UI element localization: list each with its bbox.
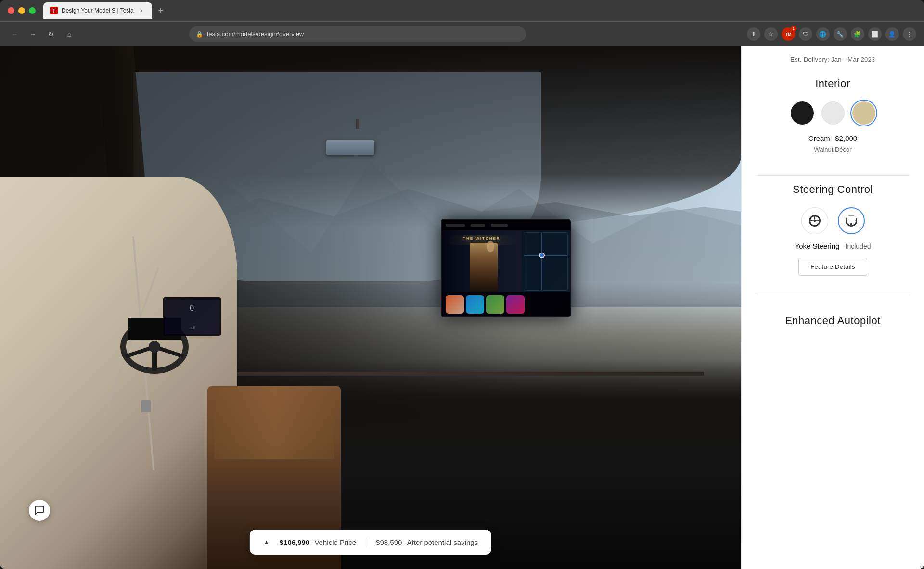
seatbelt-buckle: [141, 400, 151, 412]
extension-tampermonkey[interactable]: TM 1: [782, 27, 795, 41]
round-wheel-icon: [808, 214, 821, 228]
tab-favicon: [50, 7, 58, 14]
browser-window: Design Your Model S | Tesla × + ← → ↻ ⌂ …: [0, 0, 924, 569]
after-savings: $98,590 After potential savings: [376, 538, 478, 546]
bookmark-button[interactable]: ☆: [764, 27, 778, 41]
selected-color-name: Cream: [808, 134, 830, 142]
security-lock-icon: 🔒: [196, 31, 203, 38]
title-bar: Design Your Model S | Tesla × + ← → ↻ ⌂ …: [0, 0, 924, 46]
extension-puzzle[interactable]: 🧩: [851, 27, 864, 41]
color-detail: Walnut Décor: [756, 146, 910, 153]
app-icon-2: [466, 295, 484, 314]
savings-amount: $98,590: [376, 538, 402, 546]
steering-selection-label: Yoke Steering Included: [756, 242, 910, 250]
yoke-icon: [845, 214, 858, 228]
game-title: THE WITCHER: [463, 236, 500, 240]
app-icon-3: [486, 295, 504, 314]
character: [470, 243, 498, 292]
vehicle-price: $106,990 Vehicle Price: [280, 538, 356, 546]
chat-icon: [34, 505, 45, 516]
screen-game-area: THE WITCHER: [442, 230, 522, 292]
maximize-window-button[interactable]: [29, 7, 36, 14]
screen-menu-item: [471, 224, 485, 227]
mirror-stem: [356, 119, 359, 129]
url-bar[interactable]: 🔒 tesla.com/models/design#overview: [189, 26, 526, 42]
share-button[interactable]: ⬆: [747, 27, 760, 41]
reload-button[interactable]: ↻: [44, 27, 58, 41]
color-swatch-white[interactable]: [821, 101, 845, 125]
steering-option-yoke[interactable]: [838, 207, 865, 234]
steering-title: Steering Control: [756, 183, 910, 196]
screen-map: [522, 230, 570, 292]
steering-options: [756, 207, 910, 234]
interior-title: Interior: [756, 77, 910, 90]
close-window-button[interactable]: [8, 7, 14, 14]
extension-globe[interactable]: 🌐: [816, 27, 830, 41]
speed-display: 0: [190, 304, 194, 313]
screen-menu-item: [491, 224, 508, 227]
svg-point-7: [149, 341, 160, 353]
map-road-h: [524, 255, 567, 256]
main-screen: THE WITCHER: [441, 219, 571, 317]
car-image-area: THE WITCHER: [0, 46, 741, 569]
color-swatch-black[interactable]: [791, 101, 814, 125]
content-area: THE WITCHER: [0, 46, 924, 569]
app-icon-1: [446, 295, 464, 314]
menu-button[interactable]: ⋮: [903, 27, 916, 41]
extension-badge: 1: [791, 26, 796, 32]
steering-selected-price: Included: [846, 242, 871, 250]
screen-menu-item: [446, 224, 465, 227]
color-label: Cream $2,000: [756, 134, 910, 143]
right-panel: Est. Delivery: Jan - Mar 2023 Interior C…: [741, 46, 924, 569]
vehicle-price-amount: $106,990: [280, 538, 310, 546]
selected-color-price: $2,000: [835, 134, 857, 142]
svg-point-9: [813, 220, 816, 222]
profile-button[interactable]: 👤: [886, 27, 899, 41]
steering-selected-name: Yoke Steering: [795, 242, 840, 250]
section-divider-2: [756, 295, 910, 295]
tab-close-button[interactable]: ×: [138, 7, 145, 14]
price-bar: ▲ $106,990 Vehicle Price $98,590 After p…: [250, 530, 491, 555]
delivery-estimate: Est. Delivery: Jan - Mar 2023: [756, 56, 910, 63]
color-swatch-cream[interactable]: [852, 101, 875, 125]
home-button[interactable]: ⌂: [63, 27, 76, 41]
speed-unit: mph: [189, 326, 195, 329]
vehicle-price-label: Vehicle Price: [314, 538, 356, 546]
map-road-v: [541, 233, 542, 290]
url-text: tesla.com/models/design#overview: [207, 30, 304, 38]
chat-button[interactable]: [29, 500, 50, 521]
character-head: [487, 241, 495, 252]
back-button[interactable]: ←: [8, 27, 21, 41]
price-chevron-icon[interactable]: ▲: [263, 538, 270, 546]
browser-actions: ⬆ ☆ TM 1 🛡 🌐 🔧 🧩 ⬜ 👤 ⋮: [747, 27, 916, 41]
sidebar-button[interactable]: ⬜: [868, 27, 882, 41]
savings-label: After potential savings: [407, 538, 478, 546]
app-icon-4: [506, 295, 525, 314]
map-pointer: [539, 253, 545, 258]
interior-scene: THE WITCHER: [0, 46, 741, 569]
steering-option-round[interactable]: [801, 207, 828, 234]
traffic-lights: [8, 7, 36, 14]
extension-privacy[interactable]: 🛡: [799, 27, 812, 41]
minimize-window-button[interactable]: [18, 7, 25, 14]
screen-app-row: [442, 292, 570, 316]
screen-top-bar: [442, 220, 570, 230]
forward-button[interactable]: →: [26, 27, 39, 41]
instrument-cluster: 0 mph: [163, 297, 221, 336]
wood-trim: [214, 386, 334, 459]
new-tab-button[interactable]: +: [154, 4, 167, 17]
price-divider: [366, 537, 366, 547]
color-options: [756, 101, 910, 125]
feature-details-button[interactable]: Feature Details: [798, 258, 867, 276]
extension-tools[interactable]: 🔧: [834, 27, 847, 41]
address-bar: ← → ↻ ⌂ 🔒 tesla.com/models/design#overvi…: [0, 21, 924, 46]
steering-section: Steering Control: [756, 183, 910, 276]
map-border: [524, 232, 568, 291]
rearview-mirror: [326, 140, 374, 155]
enhanced-autopilot-title: Enhanced Autopilot: [756, 315, 910, 327]
section-divider-1: [756, 175, 910, 176]
cluster-screen: 0 mph: [165, 299, 219, 334]
active-tab[interactable]: Design Your Model S | Tesla ×: [43, 2, 152, 19]
tab-bar: Design Your Model S | Tesla × +: [43, 2, 916, 19]
screen-content: THE WITCHER: [442, 220, 570, 316]
